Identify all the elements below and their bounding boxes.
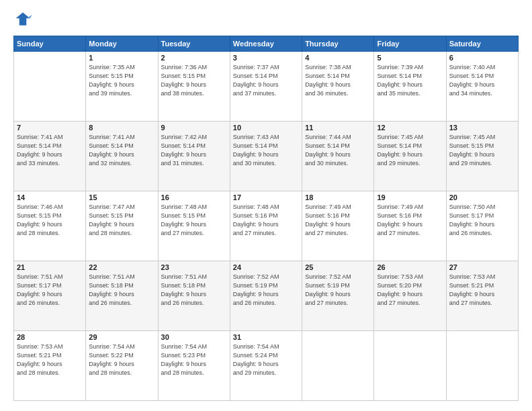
day-cell: 25Sunrise: 7:52 AM Sunset: 5:19 PM Dayli…: [302, 261, 374, 331]
day-cell: 26Sunrise: 7:53 AM Sunset: 5:20 PM Dayli…: [374, 261, 446, 331]
week-row-5: 28Sunrise: 7:53 AM Sunset: 5:21 PM Dayli…: [14, 331, 519, 401]
day-info: Sunrise: 7:44 AM Sunset: 5:14 PM Dayligh…: [305, 133, 371, 168]
day-number: 29: [89, 333, 154, 341]
day-info: Sunrise: 7:54 AM Sunset: 5:22 PM Dayligh…: [89, 342, 154, 377]
day-info: Sunrise: 7:45 AM Sunset: 5:15 PM Dayligh…: [449, 133, 515, 168]
day-info: Sunrise: 7:49 AM Sunset: 5:16 PM Dayligh…: [377, 203, 443, 238]
day-cell: 6Sunrise: 7:40 AM Sunset: 5:14 PM Daylig…: [446, 52, 518, 122]
day-info: Sunrise: 7:54 AM Sunset: 5:24 PM Dayligh…: [233, 342, 299, 377]
day-info: Sunrise: 7:52 AM Sunset: 5:19 PM Dayligh…: [305, 273, 371, 308]
day-cell: 5Sunrise: 7:39 AM Sunset: 5:14 PM Daylig…: [374, 52, 446, 122]
day-info: Sunrise: 7:52 AM Sunset: 5:19 PM Dayligh…: [233, 273, 299, 308]
week-row-2: 7Sunrise: 7:41 AM Sunset: 5:14 PM Daylig…: [14, 122, 519, 191]
day-cell: 21Sunrise: 7:51 AM Sunset: 5:17 PM Dayli…: [14, 261, 86, 331]
day-number: 17: [233, 193, 299, 201]
day-number: 23: [161, 263, 227, 271]
day-info: Sunrise: 7:36 AM Sunset: 5:15 PM Dayligh…: [161, 63, 227, 98]
day-number: 7: [17, 124, 83, 132]
day-cell: 13Sunrise: 7:45 AM Sunset: 5:15 PM Dayli…: [446, 122, 518, 191]
week-row-1: 1Sunrise: 7:35 AM Sunset: 5:15 PM Daylig…: [14, 52, 519, 122]
logo: [13, 10, 35, 29]
day-number: 18: [305, 193, 371, 201]
day-info: Sunrise: 7:48 AM Sunset: 5:15 PM Dayligh…: [161, 203, 227, 238]
calendar-table: SundayMondayTuesdayWednesdayThursdayFrid…: [13, 36, 519, 401]
weekday-sunday: Sunday: [14, 36, 86, 52]
day-number: 22: [89, 263, 154, 271]
day-info: Sunrise: 7:53 AM Sunset: 5:21 PM Dayligh…: [449, 273, 515, 308]
svg-marker-0: [16, 13, 30, 26]
day-number: 1: [89, 54, 154, 62]
day-info: Sunrise: 7:48 AM Sunset: 5:16 PM Dayligh…: [233, 203, 299, 238]
day-info: Sunrise: 7:51 AM Sunset: 5:18 PM Dayligh…: [161, 273, 227, 308]
day-number: 16: [161, 193, 227, 201]
weekday-header-row: SundayMondayTuesdayWednesdayThursdayFrid…: [14, 36, 519, 52]
day-cell: 3Sunrise: 7:37 AM Sunset: 5:14 PM Daylig…: [230, 52, 302, 122]
day-cell: 30Sunrise: 7:54 AM Sunset: 5:23 PM Dayli…: [158, 331, 230, 401]
day-number: 26: [377, 263, 443, 271]
day-info: Sunrise: 7:46 AM Sunset: 5:15 PM Dayligh…: [17, 203, 83, 238]
day-number: 25: [305, 263, 371, 271]
day-number: 8: [89, 124, 154, 132]
day-cell: 12Sunrise: 7:45 AM Sunset: 5:14 PM Dayli…: [374, 122, 446, 191]
day-cell: 4Sunrise: 7:38 AM Sunset: 5:14 PM Daylig…: [302, 52, 374, 122]
day-cell: 14Sunrise: 7:46 AM Sunset: 5:15 PM Dayli…: [14, 191, 86, 261]
day-cell: 20Sunrise: 7:50 AM Sunset: 5:17 PM Dayli…: [446, 191, 518, 261]
weekday-tuesday: Tuesday: [158, 36, 230, 52]
day-number: 28: [17, 333, 83, 341]
day-cell: 17Sunrise: 7:48 AM Sunset: 5:16 PM Dayli…: [230, 191, 302, 261]
day-info: Sunrise: 7:41 AM Sunset: 5:14 PM Dayligh…: [89, 133, 154, 168]
day-info: Sunrise: 7:35 AM Sunset: 5:15 PM Dayligh…: [89, 63, 154, 98]
day-cell: 22Sunrise: 7:51 AM Sunset: 5:18 PM Dayli…: [86, 261, 158, 331]
day-number: 11: [305, 124, 371, 132]
day-info: Sunrise: 7:42 AM Sunset: 5:14 PM Dayligh…: [161, 133, 227, 168]
day-info: Sunrise: 7:43 AM Sunset: 5:14 PM Dayligh…: [233, 133, 299, 168]
day-cell: 19Sunrise: 7:49 AM Sunset: 5:16 PM Dayli…: [374, 191, 446, 261]
day-cell: 7Sunrise: 7:41 AM Sunset: 5:14 PM Daylig…: [14, 122, 86, 191]
day-number: 2: [161, 54, 227, 62]
weekday-saturday: Saturday: [446, 36, 518, 52]
day-info: Sunrise: 7:50 AM Sunset: 5:17 PM Dayligh…: [449, 203, 515, 238]
day-info: Sunrise: 7:47 AM Sunset: 5:15 PM Dayligh…: [89, 203, 154, 238]
calendar-header: SundayMondayTuesdayWednesdayThursdayFrid…: [14, 36, 519, 52]
day-cell: 2Sunrise: 7:36 AM Sunset: 5:15 PM Daylig…: [158, 52, 230, 122]
day-info: Sunrise: 7:51 AM Sunset: 5:18 PM Dayligh…: [89, 273, 154, 308]
day-cell: 10Sunrise: 7:43 AM Sunset: 5:14 PM Dayli…: [230, 122, 302, 191]
day-info: Sunrise: 7:38 AM Sunset: 5:14 PM Dayligh…: [305, 63, 371, 98]
day-number: 13: [449, 124, 515, 132]
day-number: 6: [449, 54, 515, 62]
day-cell: 31Sunrise: 7:54 AM Sunset: 5:24 PM Dayli…: [230, 331, 302, 401]
day-info: Sunrise: 7:37 AM Sunset: 5:14 PM Dayligh…: [233, 63, 299, 98]
day-cell: 18Sunrise: 7:49 AM Sunset: 5:16 PM Dayli…: [302, 191, 374, 261]
day-cell: 24Sunrise: 7:52 AM Sunset: 5:19 PM Dayli…: [230, 261, 302, 331]
day-cell: 27Sunrise: 7:53 AM Sunset: 5:21 PM Dayli…: [446, 261, 518, 331]
day-number: 19: [377, 193, 443, 201]
day-number: 14: [17, 193, 83, 201]
day-number: 4: [305, 54, 371, 62]
day-cell: 29Sunrise: 7:54 AM Sunset: 5:22 PM Dayli…: [86, 331, 158, 401]
day-number: 10: [233, 124, 299, 132]
day-number: 12: [377, 124, 443, 132]
day-cell: [302, 331, 374, 401]
day-info: Sunrise: 7:51 AM Sunset: 5:17 PM Dayligh…: [17, 273, 83, 308]
day-info: Sunrise: 7:53 AM Sunset: 5:21 PM Dayligh…: [17, 342, 83, 377]
day-number: 9: [161, 124, 227, 132]
weekday-wednesday: Wednesday: [230, 36, 302, 52]
week-row-3: 14Sunrise: 7:46 AM Sunset: 5:15 PM Dayli…: [14, 191, 519, 261]
day-info: Sunrise: 7:41 AM Sunset: 5:14 PM Dayligh…: [17, 133, 83, 168]
day-info: Sunrise: 7:49 AM Sunset: 5:16 PM Dayligh…: [305, 203, 371, 238]
day-number: 15: [89, 193, 154, 201]
week-row-4: 21Sunrise: 7:51 AM Sunset: 5:17 PM Dayli…: [14, 261, 519, 331]
day-number: 24: [233, 263, 299, 271]
day-cell: [14, 52, 86, 122]
day-number: 3: [233, 54, 299, 62]
day-number: 5: [377, 54, 443, 62]
day-cell: [374, 331, 446, 401]
day-cell: 15Sunrise: 7:47 AM Sunset: 5:15 PM Dayli…: [86, 191, 158, 261]
day-number: 31: [233, 333, 299, 341]
day-cell: 28Sunrise: 7:53 AM Sunset: 5:21 PM Dayli…: [14, 331, 86, 401]
day-number: 20: [449, 193, 515, 201]
logo-icon: [13, 10, 32, 29]
day-number: 30: [161, 333, 227, 341]
day-cell: 16Sunrise: 7:48 AM Sunset: 5:15 PM Dayli…: [158, 191, 230, 261]
day-number: 27: [449, 263, 515, 271]
